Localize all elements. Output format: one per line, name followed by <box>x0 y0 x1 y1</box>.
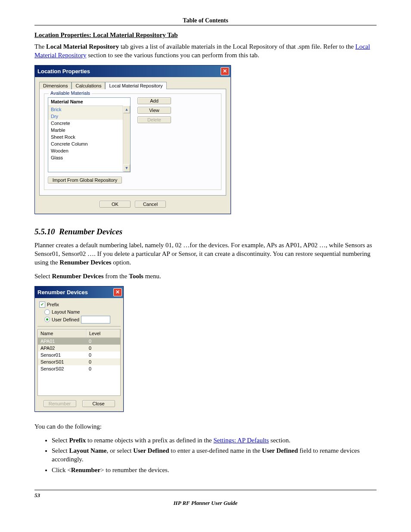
cell-level: 0 <box>86 365 120 372</box>
txt: Click < <box>52 467 71 473</box>
dialog-title: Location Properties <box>37 68 90 75</box>
table-row[interactable]: Sensor01 0 <box>38 352 120 358</box>
txt-bold: Layout Name <box>69 447 106 454</box>
prefix-label: Prefix <box>47 302 59 307</box>
dialog-title: Renumber Devices <box>37 289 88 296</box>
tab-dimensions[interactable]: Dimensions <box>39 82 72 89</box>
layout-name-radio[interactable] <box>44 309 50 315</box>
button-column: Add View Delete <box>137 97 171 126</box>
section2-paragraph1: Planner creates a default numbering labe… <box>34 241 377 267</box>
txt-bold: Renumber Devices <box>52 273 103 280</box>
section-number: 5.5.10 <box>34 227 55 236</box>
cell-level: 0 <box>86 345 120 352</box>
footer: 53 HP RF Planner User Guide <box>34 490 377 507</box>
link-settings-ap-defaults[interactable]: Settings: AP Defaults <box>213 437 269 444</box>
cancel-button[interactable]: Cancel <box>135 201 166 208</box>
txt: The <box>34 43 46 50</box>
instructions-lead: You can do the following: <box>34 422 377 431</box>
cell-name: APA02 <box>38 345 86 352</box>
txt-bold: Tools <box>129 273 143 280</box>
titlebar: Renumber Devices ✕ <box>35 286 123 298</box>
txt: Select <box>52 447 69 454</box>
close-icon[interactable]: ✕ <box>221 67 229 75</box>
renumber-button: Renumber <box>44 400 76 407</box>
section1-paragraph: The Local Material Repository tab gives … <box>34 42 377 60</box>
user-defined-label: User Defined <box>52 317 79 322</box>
renumber-devices-dialog: Renumber Devices ✕ ✔ Prefix Layout Name … <box>34 286 124 412</box>
txt-bold: Renumber <box>71 467 100 473</box>
table-row[interactable]: SensorS01 0 <box>38 358 120 365</box>
txt: section to see the various functions you… <box>86 52 259 59</box>
txt-bold: User Defined <box>262 447 298 454</box>
txt-bold: Prefix <box>69 437 86 444</box>
txt: from the <box>104 273 129 280</box>
list-item[interactable]: Brick <box>48 106 130 113</box>
txt-bold: User Defined <box>133 447 169 454</box>
spacer <box>38 372 120 395</box>
cell-level: 0 <box>86 352 120 358</box>
close-icon[interactable]: ✕ <box>113 288 122 296</box>
cell-level: 0 <box>86 358 120 365</box>
table-row[interactable]: SensorS02 0 <box>38 365 120 372</box>
scroll-down-icon[interactable]: ▼ <box>123 164 130 172</box>
close-button[interactable]: Close <box>82 400 115 407</box>
table-row[interactable]: APA02 0 <box>38 345 120 352</box>
delete-button: Delete <box>137 116 171 123</box>
add-button[interactable]: Add <box>137 97 171 104</box>
list-item: Select Prefix to rename objects with a p… <box>52 436 377 445</box>
list-item: Select Layout Name, or select User Defin… <box>52 446 377 464</box>
tab-local-material-repository[interactable]: Local Material Repository <box>105 82 166 89</box>
section1-heading: Location Properties: Local Material Repo… <box>34 31 377 39</box>
fieldset-legend: Available Materials <box>49 90 92 96</box>
import-global-button[interactable]: Import From Global Repository <box>48 177 122 184</box>
list-header: Material Name <box>48 98 130 106</box>
txt: section. <box>269 437 290 444</box>
list-item[interactable]: Concrete <box>48 120 130 127</box>
list-item[interactable]: Concrete Column <box>48 140 130 147</box>
txt: > to renumber the devices. <box>100 467 169 473</box>
toc-header: Table of Contents <box>34 17 377 25</box>
section2-paragraph2: Select Renumber Devices from the Tools m… <box>34 272 377 280</box>
layout-name-label: Layout Name <box>52 309 80 314</box>
user-defined-radio[interactable] <box>44 317 50 322</box>
txt: tab gives a list of available materials … <box>119 43 355 50</box>
page-number: 53 <box>34 492 377 499</box>
prefix-checkbox[interactable]: ✔ <box>39 302 45 308</box>
col-level[interactable]: Level <box>87 330 120 338</box>
list-item[interactable]: Dry <box>48 113 130 120</box>
scrollbar[interactable]: ▲ ▼ <box>123 106 130 172</box>
cell-level: 0 <box>86 338 120 345</box>
txt-bold: Local Material Repository <box>46 43 119 50</box>
location-properties-dialog: Location Properties ✕ Dimensions Calcula… <box>34 65 231 214</box>
txt: Select <box>34 273 52 280</box>
txt: to rename objects with a prefix as defin… <box>86 437 213 444</box>
list-item[interactable]: Marble <box>48 127 130 134</box>
devices-table: Name Level APA01 0 APA02 0 Sensor01 0 Se… <box>37 329 121 396</box>
section-title: Renumber Devices <box>59 227 122 236</box>
footer-title: HP RF Planner User Guide <box>34 500 377 507</box>
divider <box>37 326 121 327</box>
txt-bold: Renumber Devices <box>59 259 111 266</box>
table-row[interactable]: APA01 0 <box>38 338 120 345</box>
scroll-up-icon[interactable]: ▲ <box>123 106 130 113</box>
list-item: Click <Renumber> to renumber the devices… <box>52 466 377 474</box>
txt: option. <box>111 259 131 266</box>
col-name[interactable]: Name <box>38 330 87 338</box>
instructions-list: Select Prefix to rename objects with a p… <box>52 436 377 474</box>
txt: , or select <box>106 447 133 454</box>
list-item[interactable]: Sheet Rock <box>48 134 130 140</box>
user-defined-input[interactable] <box>81 316 110 324</box>
ok-button[interactable]: OK <box>100 201 131 208</box>
cell-name: APA01 <box>38 338 86 345</box>
list-item[interactable]: Wooden <box>48 147 130 154</box>
list-item[interactable]: Glass <box>48 154 130 161</box>
section2-heading: 5.5.10 Renumber Devices <box>34 227 377 236</box>
txt: to enter a user-defined name in the <box>169 447 262 454</box>
view-button[interactable]: View <box>137 107 171 114</box>
materials-listbox[interactable]: Material Name Brick Dry Concrete Marble … <box>48 97 131 172</box>
txt: Select <box>52 437 69 444</box>
cell-name: SensorS01 <box>38 358 86 365</box>
cell-name: Sensor01 <box>38 352 86 358</box>
tab-calculations[interactable]: Calculations <box>72 82 105 89</box>
titlebar: Location Properties ✕ <box>35 65 230 77</box>
